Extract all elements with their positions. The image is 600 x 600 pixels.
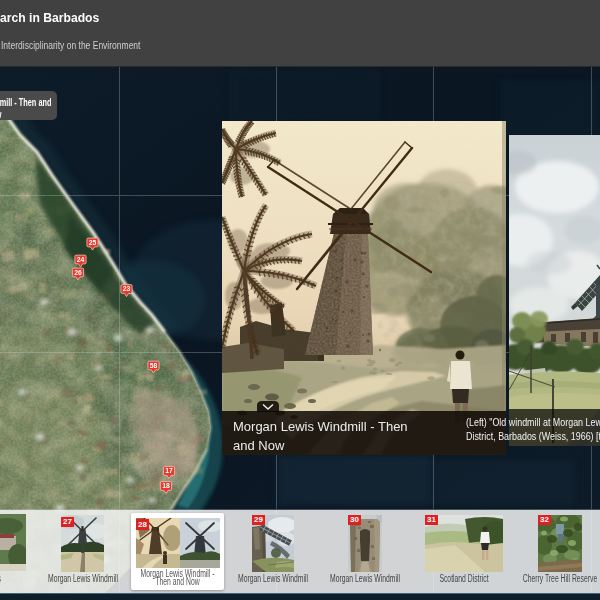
svg-text:58: 58 <box>150 362 158 369</box>
svg-text:18: 18 <box>162 482 170 489</box>
svg-text:24: 24 <box>77 256 85 263</box>
svg-text:26: 26 <box>74 269 82 276</box>
svg-text:25: 25 <box>89 239 97 246</box>
svg-text:23: 23 <box>123 285 131 292</box>
svg-text:17: 17 <box>165 467 173 474</box>
